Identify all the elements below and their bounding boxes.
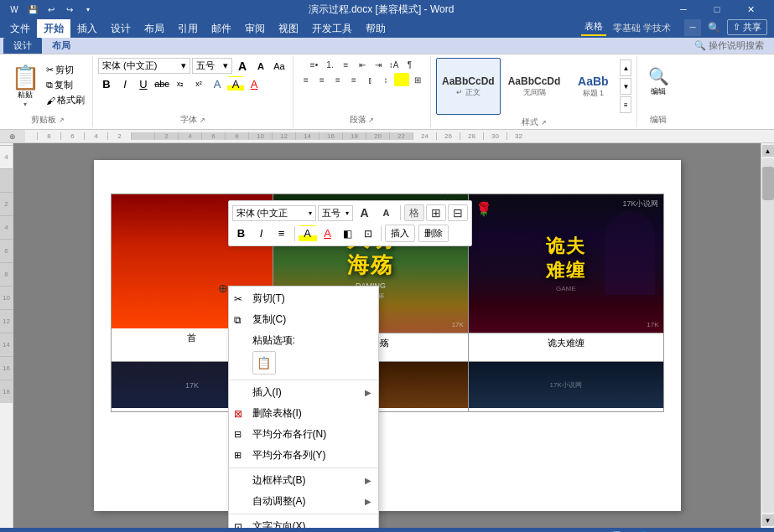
tab-layout[interactable]: 布局 bbox=[138, 19, 171, 38]
cm-insert[interactable]: 插入(I) ▶ bbox=[229, 382, 378, 403]
cm-border-style[interactable]: 边框样式(B) ▶ bbox=[229, 470, 378, 491]
cm-distribute-rows[interactable]: ⊟ 平均分布各行(N) bbox=[229, 424, 378, 445]
underline-button[interactable]: U bbox=[135, 76, 152, 91]
copy-button[interactable]: ⧉复制 bbox=[44, 78, 87, 92]
border-button[interactable]: ⊞ bbox=[410, 73, 425, 86]
styles-expand[interactable]: ≡ bbox=[620, 96, 631, 113]
shading-button[interactable] bbox=[394, 73, 409, 86]
tab-references[interactable]: 引用 bbox=[171, 19, 205, 38]
clear-format-button[interactable]: Aa bbox=[271, 59, 288, 74]
cm-paste-icon1[interactable]: 📋 bbox=[252, 351, 276, 374]
minimize-button[interactable]: ─ bbox=[667, 0, 700, 18]
table-tools-tab-layout[interactable]: 布局 bbox=[42, 38, 81, 54]
save-icon[interactable]: 💾 bbox=[25, 2, 40, 17]
find-replace-button[interactable]: 🔍 编辑 bbox=[643, 65, 673, 106]
shrink-font-button[interactable]: A bbox=[252, 59, 269, 74]
float-delete-button[interactable]: 删除 bbox=[418, 225, 449, 242]
cm-cut[interactable]: ✂ 剪切(T) bbox=[229, 288, 378, 309]
numbering-button[interactable]: 1. bbox=[323, 58, 338, 71]
float-font-name[interactable]: 宋体 (中文正 ▾ bbox=[232, 205, 316, 221]
align-right-button[interactable]: ≡ bbox=[330, 73, 345, 86]
scroll-thumb[interactable] bbox=[762, 167, 774, 200]
search-ribbon-btn[interactable]: 🔍 操作说明搜索 bbox=[688, 38, 771, 54]
cm-text-direction[interactable]: ⊡ 文字方向(X)... bbox=[229, 516, 378, 528]
float-grow-font[interactable]: A bbox=[355, 204, 375, 221]
float-border2-button[interactable]: ⊡ bbox=[359, 225, 377, 242]
table-cell-qifu[interactable]: 17K小说网 🌹 诡夫难缠 GAME 17K 诡夫难缠 bbox=[468, 194, 663, 362]
floating-toolbar[interactable]: 宋体 (中文正 ▾ 五号 ▾ A A 格 ⊞ ⊟ B I bbox=[228, 200, 472, 246]
superscript-button[interactable]: x² bbox=[190, 76, 207, 91]
float-font-size[interactable]: 五号 ▾ bbox=[318, 205, 353, 221]
float-font-color-button[interactable]: A bbox=[319, 225, 337, 242]
qat-more-icon[interactable]: ▾ bbox=[81, 2, 96, 17]
context-menu[interactable]: ✂ 剪切(T) ⧉ 复制(C) 粘贴选项: 📋 bbox=[228, 286, 379, 528]
column-button[interactable]: ⫿ bbox=[362, 73, 377, 86]
scroll-up-button[interactable]: ▲ bbox=[762, 145, 774, 157]
search-help-icon[interactable]: 🔍 bbox=[708, 22, 720, 34]
tab-file[interactable]: 文件 bbox=[3, 19, 37, 38]
float-shading-button[interactable]: ◧ bbox=[339, 225, 357, 242]
cut-button[interactable]: ✂剪切 bbox=[44, 63, 87, 77]
cm-copy[interactable]: ⧉ 复制(C) bbox=[229, 309, 378, 330]
redo-icon[interactable]: ↪ bbox=[62, 2, 77, 17]
style-normal[interactable]: AaBbCcDd ↵ 正文 bbox=[436, 58, 501, 115]
ruler-corner[interactable]: ⊕ bbox=[0, 130, 25, 143]
text-effects-button[interactable]: A bbox=[209, 76, 226, 91]
float-format-icon[interactable]: 格 bbox=[404, 204, 424, 221]
justify-button[interactable]: ≡ bbox=[346, 73, 361, 86]
style-no-spacing[interactable]: AaBbCcDd 无间隔 bbox=[502, 58, 567, 115]
style-heading1[interactable]: AaBb 标题 1 bbox=[568, 58, 618, 115]
tab-home[interactable]: 开始 bbox=[37, 19, 70, 38]
float-bold-button[interactable]: B bbox=[232, 225, 251, 242]
line-spacing-button[interactable]: ↕ bbox=[378, 73, 393, 86]
tab-developer[interactable]: 开发工具 bbox=[305, 19, 359, 38]
grow-font-button[interactable]: A bbox=[234, 59, 251, 74]
close-button[interactable]: ✕ bbox=[734, 0, 767, 18]
font-name-select[interactable]: 宋体 (中文正)▾ bbox=[98, 58, 190, 74]
float-highlight-button[interactable]: A bbox=[299, 225, 317, 242]
float-italic-button[interactable]: I bbox=[252, 225, 271, 242]
cm-delete-table[interactable]: ⊠ 删除表格(I) bbox=[229, 403, 378, 424]
italic-button[interactable]: I bbox=[117, 76, 133, 91]
paragraph-label: 段落 ↗ bbox=[350, 114, 375, 126]
ribbon-minimize-btn[interactable]: ─ bbox=[684, 19, 701, 36]
paste-button[interactable]: 📋 粘贴 ▾ bbox=[8, 65, 42, 106]
float-border-icon[interactable]: ⊟ bbox=[448, 204, 468, 221]
decrease-indent-button[interactable]: ⇤ bbox=[355, 58, 370, 71]
highlight-button[interactable]: A bbox=[227, 76, 244, 91]
table-tools-tab-design[interactable]: 设计 bbox=[3, 38, 42, 54]
multilevel-list-button[interactable]: ≡ bbox=[339, 58, 354, 71]
align-left-button[interactable]: ≡ bbox=[299, 73, 314, 86]
sort-button[interactable]: ↕A bbox=[387, 58, 402, 71]
bold-button[interactable]: B bbox=[98, 76, 115, 91]
undo-icon[interactable]: ↩ bbox=[44, 2, 59, 17]
tab-mailings[interactable]: 邮件 bbox=[205, 19, 238, 38]
float-align-button[interactable]: ≡ bbox=[273, 225, 291, 242]
float-insert-button[interactable]: 插入 bbox=[385, 225, 415, 242]
subscript-button[interactable]: x₂ bbox=[172, 76, 189, 91]
tab-view[interactable]: 视图 bbox=[272, 19, 305, 38]
styles-scroll-up[interactable]: ▲ bbox=[620, 59, 631, 76]
show-hide-button[interactable]: ¶ bbox=[403, 58, 418, 71]
format-painter-button[interactable]: 🖌格式刷 bbox=[44, 93, 87, 107]
tab-insert[interactable]: 插入 bbox=[70, 19, 104, 38]
font-size-select[interactable]: 五号▾ bbox=[192, 58, 232, 74]
float-shrink-font[interactable]: A bbox=[377, 204, 397, 221]
document-area[interactable]: 超级 首 17K小说网 大明海殇 DAMING 就差一杯 17K bbox=[13, 143, 761, 528]
tab-design[interactable]: 设计 bbox=[104, 19, 138, 38]
styles-scroll-down[interactable]: ▼ bbox=[620, 78, 631, 95]
strikethrough-button[interactable]: abc bbox=[153, 76, 170, 91]
tab-help[interactable]: 帮助 bbox=[359, 19, 392, 38]
increase-indent-button[interactable]: ⇥ bbox=[371, 58, 386, 71]
cm-distribute-cols[interactable]: ⊞ 平均分布各列(Y) bbox=[229, 445, 378, 466]
tab-review[interactable]: 审阅 bbox=[238, 19, 272, 38]
center-button[interactable]: ≡ bbox=[314, 73, 330, 86]
bullets-button[interactable]: ≡• bbox=[307, 58, 322, 71]
float-table-icon[interactable]: ⊞ bbox=[426, 204, 446, 221]
font-color-button[interactable]: A bbox=[246, 76, 262, 91]
share-button[interactable]: ⇧ 共享 bbox=[727, 19, 767, 35]
restore-button[interactable]: □ bbox=[700, 0, 734, 18]
vertical-scrollbar[interactable]: ▲ ▼ bbox=[761, 143, 774, 528]
scroll-down-button[interactable]: ▼ bbox=[762, 514, 774, 526]
cm-autofit[interactable]: 自动调整(A) ▶ bbox=[229, 491, 378, 512]
